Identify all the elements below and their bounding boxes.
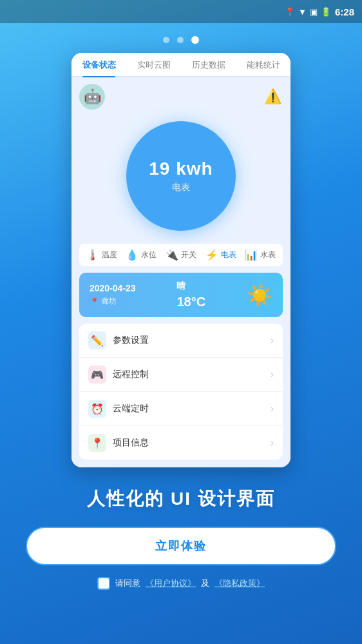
signal-icon: ▣	[310, 7, 318, 17]
weather-left: 2020-04-23 📍 廊坊	[90, 283, 136, 307]
dot-3[interactable]	[191, 36, 199, 44]
cta-button[interactable]: 立即体验	[26, 527, 336, 565]
weather-date: 2020-04-23	[90, 283, 136, 293]
sensor-water-meter-label: 水表	[260, 249, 276, 260]
electric-icon: ⚡	[205, 249, 218, 261]
agree-row: 请同意 《用户协议》 及 《隐私政策》	[26, 577, 336, 590]
water-level-icon: 💧	[126, 249, 138, 261]
agree-and: 及	[201, 578, 209, 589]
remote-icon: 🎮	[88, 366, 106, 384]
sensor-temperature-label: 温度	[102, 249, 117, 260]
battery-icon: 🔋	[321, 7, 331, 17]
user-agreement-link[interactable]: 《用户协议》	[146, 578, 196, 589]
temperature-icon: 🌡️	[86, 249, 99, 261]
sensor-water-meter[interactable]: 📊 水表	[245, 249, 276, 261]
tab-device-status[interactable]: 设备状态	[71, 53, 126, 76]
page-dots	[0, 36, 362, 44]
phone-card: 设备状态 实时云图 历史数据 能耗统计 🤖 ⚠️ 19 kwh 电表 🌡️ 温度	[71, 53, 291, 467]
card-body: 🤖 ⚠️ 19 kwh 电表 🌡️ 温度 💧 水位 🔌 开关	[71, 77, 291, 467]
menu-label-project: 项目信息	[113, 437, 264, 449]
device-avatar: 🤖	[79, 84, 105, 110]
tab-history-data[interactable]: 历史数据	[181, 53, 236, 76]
tagline: 人性化的 UI 设计界面	[26, 487, 336, 511]
status-bar: 📍 ▼ ▣ 🔋 6:28	[0, 0, 362, 23]
avatar-icon: 🤖	[84, 88, 101, 105]
card-top-row: 🤖 ⚠️	[79, 84, 283, 110]
location-icon: 📍	[285, 7, 295, 17]
menu-item-timer[interactable]: ⏰ 云端定时 ›	[79, 392, 283, 426]
menu-item-remote[interactable]: 🎮 远程控制 ›	[79, 358, 283, 392]
project-icon: 📍	[88, 434, 106, 452]
tab-energy-stats[interactable]: 能耗统计	[236, 53, 291, 76]
tab-bar: 设备状态 实时云图 历史数据 能耗统计	[71, 53, 291, 77]
dot-1[interactable]	[163, 37, 169, 43]
weather-sun-icon: ☀️	[247, 283, 272, 307]
weather-condition: 晴	[176, 280, 205, 292]
menu-item-project[interactable]: 📍 项目信息 ›	[79, 426, 283, 460]
location-pin-icon: 📍	[90, 297, 99, 306]
menu-label-remote: 远程控制	[113, 369, 264, 380]
weather-location: 📍 廊坊	[90, 296, 136, 307]
arrow-icon-project: ›	[271, 437, 274, 449]
menu-list: ✏️ 参数设置 › 🎮 远程控制 › ⏰ 云端定时 › 📍 项目信息 ›	[79, 324, 283, 460]
menu-item-params[interactable]: ✏️ 参数设置 ›	[79, 324, 283, 358]
sensor-electric[interactable]: ⚡ 电表	[205, 249, 236, 261]
weather-card: 2020-04-23 📍 廊坊 晴 18°C ☀️	[79, 273, 283, 317]
sensor-row: 🌡️ 温度 💧 水位 🔌 开关 ⚡ 电表 📊 水表	[79, 244, 283, 266]
big-circle: 19 kwh 电表	[126, 121, 236, 231]
status-icons: 📍 ▼ ▣ 🔋	[285, 7, 331, 17]
menu-label-params: 参数设置	[113, 335, 264, 346]
params-icon: ✏️	[88, 331, 106, 349]
sensor-electric-label: 电表	[221, 249, 236, 260]
wifi-icon: ▼	[298, 7, 307, 17]
sensor-water-level[interactable]: 💧 水位	[126, 249, 157, 261]
warning-icon[interactable]: ⚠️	[262, 86, 283, 107]
weather-center: 晴 18°C	[176, 280, 205, 309]
dot-2[interactable]	[177, 37, 184, 43]
timer-icon: ⏰	[88, 400, 106, 418]
arrow-icon-remote: ›	[271, 369, 274, 380]
privacy-policy-link[interactable]: 《隐私政策》	[214, 578, 265, 589]
status-time: 6:28	[335, 6, 354, 17]
big-circle-container: 19 kwh 电表	[79, 115, 283, 244]
menu-label-timer: 云端定时	[113, 403, 264, 415]
tab-realtime-cloud[interactable]: 实时云图	[126, 53, 181, 76]
arrow-icon-params: ›	[271, 335, 274, 346]
arrow-icon-timer: ›	[271, 403, 274, 415]
circle-label: 电表	[172, 182, 190, 193]
switch-icon: 🔌	[166, 249, 178, 261]
sensor-water-level-label: 水位	[141, 249, 157, 260]
sensor-temperature[interactable]: 🌡️ 温度	[86, 249, 117, 261]
agree-prefix: 请同意	[115, 578, 140, 589]
sensor-switch[interactable]: 🔌 开关	[166, 249, 196, 261]
weather-temperature: 18°C	[176, 295, 205, 309]
bottom-section: 人性化的 UI 设计界面 立即体验 请同意 《用户协议》 及 《隐私政策》	[0, 467, 362, 603]
agree-checkbox[interactable]	[97, 577, 110, 590]
circle-value: 19 kwh	[149, 159, 213, 179]
water-meter-icon: 📊	[245, 249, 258, 261]
sensor-switch-label: 开关	[181, 249, 196, 260]
